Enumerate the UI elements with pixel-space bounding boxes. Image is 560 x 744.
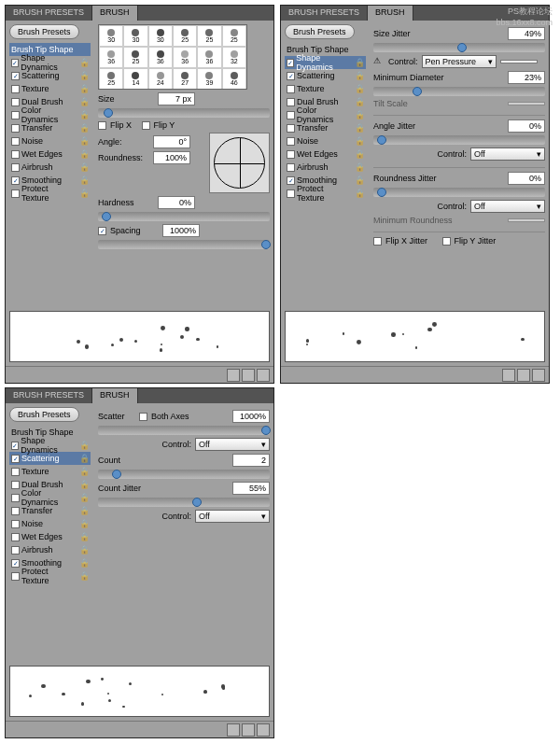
- brush-thumb[interactable]: 25: [123, 47, 147, 68]
- roundness-input[interactable]: 100%: [153, 151, 190, 164]
- flipx-jitter-checkbox[interactable]: [373, 237, 382, 246]
- lock-icon[interactable]: 🔒: [355, 175, 364, 185]
- brush-thumb[interactable]: 39: [197, 68, 221, 90]
- lock-icon[interactable]: [355, 45, 364, 54]
- sidebar-item[interactable]: Protect Texture🔒: [9, 569, 91, 583]
- option-checkbox[interactable]: [11, 98, 20, 106]
- option-checkbox[interactable]: [11, 124, 20, 133]
- count-jitter-input[interactable]: 55%: [232, 482, 270, 495]
- brush-thumb[interactable]: 46: [222, 68, 246, 90]
- control-dropdown[interactable]: Pen Pressure▾: [422, 55, 497, 68]
- sidebar-item[interactable]: Scattering🔒: [9, 69, 91, 82]
- sidebar-item[interactable]: Texture🔒: [9, 82, 91, 95]
- option-checkbox[interactable]: [11, 150, 20, 159]
- brush-thumb[interactable]: 27: [173, 68, 197, 90]
- sidebar-item[interactable]: Color Dynamics🔒: [285, 108, 366, 121]
- brush-thumb[interactable]: 32: [222, 47, 246, 68]
- new-icon[interactable]: [242, 369, 255, 382]
- option-checkbox[interactable]: [11, 442, 19, 450]
- brush-thumb[interactable]: 30: [123, 25, 147, 47]
- spacing-input[interactable]: 1000%: [162, 224, 200, 237]
- option-checkbox[interactable]: [287, 137, 295, 146]
- sidebar-item[interactable]: Wet Edges🔒: [9, 147, 91, 161]
- lock-icon[interactable]: 🔒: [79, 136, 89, 146]
- sidebar-item[interactable]: Noise🔒: [285, 134, 366, 147]
- sidebar-item[interactable]: Shape Dynamics🔒: [9, 56, 91, 69]
- option-checkbox[interactable]: [11, 455, 20, 463]
- lock-icon[interactable]: [79, 428, 89, 437]
- flipy-checkbox[interactable]: [142, 121, 150, 130]
- option-checkbox[interactable]: [287, 98, 295, 106]
- angle-jitter-input[interactable]: 0%: [508, 119, 545, 133]
- sidebar-item[interactable]: Color Dynamics🔒: [9, 491, 91, 504]
- both-axes-checkbox[interactable]: [139, 413, 147, 421]
- lock-icon[interactable]: 🔒: [79, 506, 89, 515]
- control-value[interactable]: [500, 60, 538, 63]
- lock-icon[interactable]: 🔒: [355, 71, 364, 80]
- sidebar-item[interactable]: Wet Edges🔒: [9, 530, 91, 543]
- lock-icon[interactable]: 🔒: [79, 189, 89, 198]
- option-checkbox[interactable]: [11, 533, 20, 541]
- option-checkbox[interactable]: [11, 176, 20, 185]
- toggle-icon[interactable]: [227, 723, 240, 737]
- sidebar-item[interactable]: Texture🔒: [9, 465, 91, 478]
- scatter-slider[interactable]: [98, 426, 270, 435]
- brush-presets-button[interactable]: Brush Presets: [9, 407, 79, 422]
- sidebar-item[interactable]: Shape Dynamics🔒: [9, 439, 91, 452]
- angle-input[interactable]: 0°: [153, 135, 190, 148]
- option-checkbox[interactable]: [11, 85, 20, 93]
- sidebar-item[interactable]: Protect Texture🔒: [285, 187, 366, 200]
- size-input[interactable]: 7 px: [158, 92, 195, 105]
- lock-icon[interactable]: 🔒: [79, 467, 89, 476]
- hardness-input[interactable]: 0%: [158, 196, 195, 209]
- option-checkbox[interactable]: [11, 507, 20, 515]
- option-checkbox[interactable]: [287, 85, 295, 93]
- lock-icon[interactable]: 🔒: [79, 123, 89, 133]
- option-checkbox[interactable]: [11, 520, 20, 528]
- sidebar-item[interactable]: Airbrush🔒: [9, 161, 91, 174]
- size-slider[interactable]: [98, 108, 270, 118]
- toggle-icon[interactable]: [227, 369, 240, 382]
- brush-thumb[interactable]: 14: [123, 68, 147, 90]
- spacing-slider[interactable]: [98, 240, 270, 249]
- flipy-jitter-checkbox[interactable]: [442, 237, 451, 246]
- lock-icon[interactable]: 🔒: [79, 162, 89, 172]
- sidebar-item[interactable]: Transfer🔒: [9, 121, 91, 134]
- brush-thumb[interactable]: 30: [99, 25, 123, 47]
- sidebar-item[interactable]: Transfer🔒: [9, 504, 91, 517]
- option-checkbox[interactable]: [287, 176, 295, 185]
- option-checkbox[interactable]: [287, 190, 295, 198]
- lock-icon[interactable]: 🔒: [79, 545, 89, 554]
- option-checkbox[interactable]: [287, 150, 295, 159]
- trash-icon[interactable]: [257, 723, 270, 737]
- min-diameter-slider[interactable]: [373, 87, 545, 96]
- tab-presets[interactable]: BRUSH PRESETS: [281, 6, 368, 21]
- brush-thumbs[interactable]: 303030252525362536363632251424273946: [98, 24, 247, 90]
- option-checkbox[interactable]: [11, 137, 20, 146]
- control-dropdown[interactable]: Off▾: [470, 147, 545, 161]
- tab-brush[interactable]: BRUSH: [92, 6, 138, 21]
- lock-icon[interactable]: 🔒: [79, 71, 89, 80]
- count-input[interactable]: 2: [232, 454, 270, 467]
- option-checkbox[interactable]: [287, 59, 294, 67]
- lock-icon[interactable]: 🔒: [355, 149, 364, 159]
- option-checkbox[interactable]: [11, 111, 20, 119]
- sidebar-item[interactable]: Shape Dynamics🔒: [285, 56, 366, 69]
- lock-icon[interactable]: 🔒: [355, 189, 364, 198]
- lock-icon[interactable]: 🔒: [79, 149, 89, 159]
- brush-thumb[interactable]: 25: [173, 25, 197, 47]
- brush-thumb[interactable]: 36: [197, 47, 221, 68]
- lock-icon[interactable]: 🔒: [355, 136, 364, 146]
- control-dropdown[interactable]: Off▾: [195, 510, 270, 523]
- option-checkbox[interactable]: [11, 481, 20, 489]
- sidebar-item[interactable]: Color Dynamics🔒: [9, 108, 91, 121]
- lock-icon[interactable]: 🔒: [79, 110, 89, 119]
- brush-thumb[interactable]: 24: [148, 68, 173, 90]
- count-slider[interactable]: [98, 470, 270, 479]
- option-checkbox[interactable]: [287, 72, 295, 80]
- control-dropdown[interactable]: Off▾: [195, 438, 270, 451]
- brush-thumb[interactable]: 25: [197, 25, 221, 47]
- tab-brush[interactable]: BRUSH: [368, 6, 413, 21]
- lock-icon[interactable]: 🔒: [355, 58, 364, 67]
- angle-widget[interactable]: [214, 137, 265, 189]
